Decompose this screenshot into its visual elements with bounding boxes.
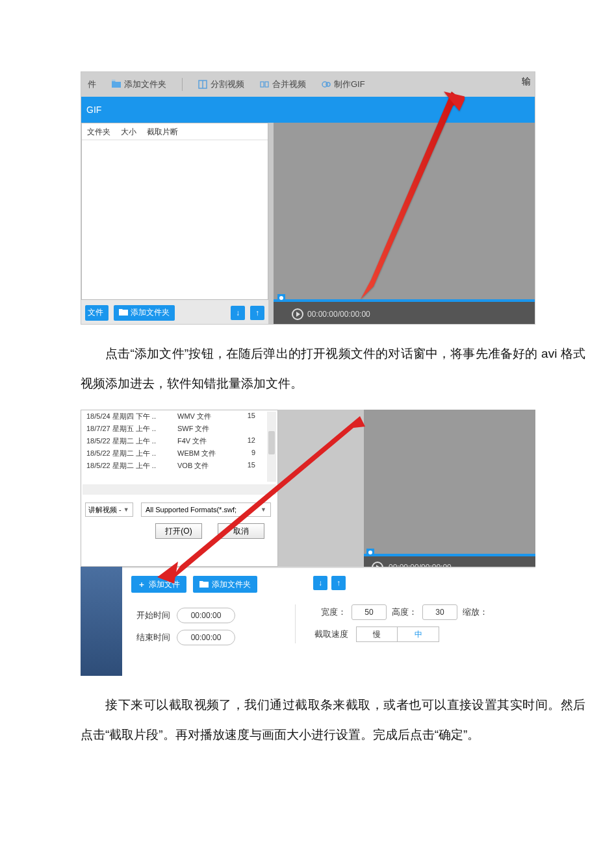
add-file-suffix: 文件 [88,307,103,318]
list-header: 文件夹 大小 截取片断 [82,123,268,140]
start-time-input[interactable]: 00:00:00 [177,608,235,623]
width-input[interactable]: 50 [352,604,387,620]
play-controls: 00:00:00/00:00:00 [292,308,370,320]
split-icon [198,80,207,89]
gif-label: 制作GIF [334,79,365,90]
paragraph-1: 点击“添加文件”按钮，在随后弹出的打开视频文件的对话窗中，将事先准备好的 avi… [81,339,585,398]
start-time-label: 开始时间 [136,610,170,621]
height-input[interactable]: 30 [422,604,457,620]
paragraph-2-text: 接下来可以截取视频了，我们通过截取条来截取，或者也可以直接设置其实时间。然后点击… [81,698,585,741]
screenshot-1: 件 添加文件夹 分割视频 合并视频 [81,71,535,325]
col-size: 大小 [116,123,142,140]
annotation-arrow-icon [276,92,465,308]
add-folder-button[interactable]: 添加文件夹 [112,79,166,90]
separator [182,78,183,91]
screenshot-2: 18/5/24 星期四 下午 ..WMV 文件15 18/7/27 星期五 上午… [81,410,535,676]
svg-point-5 [326,82,330,86]
add-folder-label-small: 添加文件夹 [131,307,170,318]
gif-icon [322,80,331,89]
end-time-label: 结束时间 [136,632,170,643]
list-bottom-bar: 文件 添加文件夹 ↓ ↑ [81,300,268,325]
filename-label: 讲解视频 - [88,505,122,515]
svg-point-9 [368,551,372,554]
split-video-button[interactable]: 分割视频 [198,79,244,90]
make-gif-button[interactable]: 制作GIF [322,79,365,90]
move-down-button[interactable]: ↓ [231,306,245,320]
plus-icon: ＋ [138,579,146,590]
svg-marker-10 [169,416,365,582]
chevron-down-icon: ▼ [123,506,129,513]
speed-mid[interactable]: 中 [398,626,439,642]
end-time-input[interactable]: 00:00:00 [177,630,235,645]
speed-label: 截取速度 [314,628,348,640]
height-label: 高度： [392,606,417,618]
split-label: 分割视频 [211,79,244,90]
annotation-arrow-icon [146,416,366,588]
gif-tab[interactable]: GIF [86,105,101,115]
file-list: 文件夹 大小 截取片断 [81,123,268,300]
move-up-button[interactable]: ↑ [250,306,264,320]
folder-icon [112,80,121,89]
add-folder-button-small[interactable]: 添加文件夹 [114,305,175,321]
col-clip: 截取片断 [142,123,183,140]
svg-rect-3 [265,82,268,87]
dimension-row: 宽度： 50 高度： 30 缩放： [321,604,488,620]
output-label: 输 [522,76,531,88]
svg-rect-2 [261,82,264,87]
preview-area [364,410,535,554]
timestamp: 00:00:00/00:00:00 [307,310,370,319]
add-file-button-small[interactable]: 文件 [85,305,109,321]
speed-segmented[interactable]: 慢 中 [356,626,439,642]
paragraph-1-text: 点击“添加文件”按钮，在随后弹出的打开视频文件的对话窗中，将事先准备好的 avi… [81,347,585,390]
scale-label: 缩放： [463,606,488,618]
merge-icon [260,80,269,89]
width-label: 宽度： [321,606,346,618]
merge-label: 合并视频 [272,79,306,90]
speed-slow[interactable]: 慢 [356,626,398,642]
toolbar-file-suffix[interactable]: 件 [88,79,96,90]
speed-row: 截取速度 慢 中 [314,626,439,642]
col-folder: 文件夹 [82,123,116,140]
merge-video-button[interactable]: 合并视频 [260,79,306,90]
svg-marker-11 [157,562,178,584]
paragraph-2: 接下来可以截取视频了，我们通过截取条来截取，或者也可以直接设置其实时间。然后点击… [81,690,585,749]
play-icon[interactable] [292,308,303,320]
svg-marker-7 [361,92,463,299]
folder-icon [119,308,128,317]
thumbnail-strip [81,567,122,676]
filename-field[interactable]: 讲解视频 -▼ [85,502,133,517]
add-folder-label: 添加文件夹 [124,79,166,90]
